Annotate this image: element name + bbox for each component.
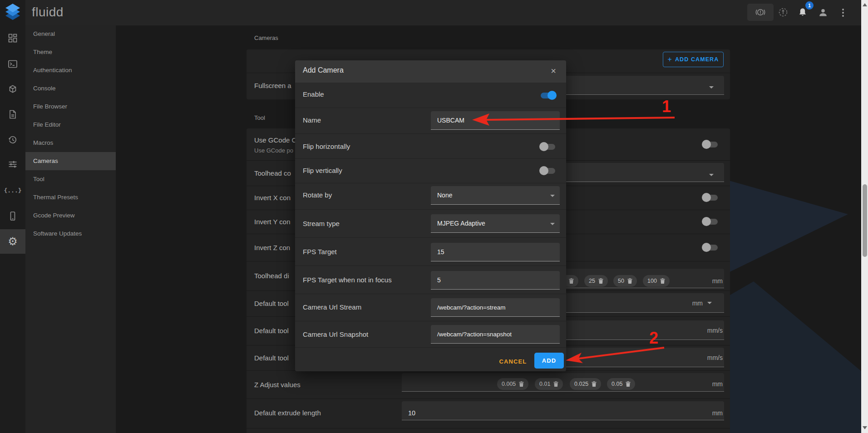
setting-row-label: Z Adjust values (254, 379, 301, 391)
chip-value: 25 (589, 278, 595, 284)
tune-nav-button[interactable] (7, 159, 18, 170)
z-adjust-chip[interactable]: 0.01 (535, 378, 563, 390)
cancel-button[interactable]: CANCEL (493, 355, 533, 368)
close-icon[interactable]: × (547, 65, 559, 77)
trash-icon[interactable] (598, 278, 603, 284)
input-underline (402, 391, 724, 392)
fluidd-logo-icon (5, 3, 21, 20)
invert-y-toggle[interactable] (702, 216, 719, 227)
trash-icon[interactable] (553, 381, 558, 387)
fps-target-input[interactable]: 15 (431, 243, 560, 261)
update-button[interactable] (777, 6, 789, 18)
extrude-length-input[interactable] (402, 401, 724, 420)
z-adjust-input[interactable] (402, 373, 724, 391)
invert-z-toggle[interactable] (702, 242, 719, 253)
tool-section-heading: Tool (254, 114, 265, 121)
unit-label: mm/s (690, 352, 723, 364)
camera-url-stream-value: /webcam/?action=stream (437, 304, 505, 311)
nav-item-general[interactable]: General (25, 25, 116, 43)
dialog-separator (295, 108, 566, 108)
trash-icon[interactable] (660, 278, 665, 284)
dashboard-icon (7, 33, 18, 44)
z-adjust-chip[interactable]: 0.005 (497, 378, 528, 390)
dashboard-nav-button[interactable] (7, 33, 18, 44)
enable-toggle[interactable] (539, 90, 557, 101)
scrollbar-thumb[interactable] (863, 184, 867, 257)
camera-name-input[interactable]: USBCAM (431, 111, 560, 130)
macros-nav-button[interactable]: {...} (4, 185, 22, 196)
emergency-stop-button[interactable] (747, 4, 774, 21)
invert-x-toggle[interactable] (702, 192, 719, 203)
fps-target-value: 15 (437, 248, 444, 256)
chip-value: 0.05 (612, 381, 622, 387)
trash-icon[interactable] (627, 278, 632, 284)
nav-item-software-updates[interactable]: Software Updates (25, 225, 116, 243)
nav-item-file-editor[interactable]: File Editor (25, 116, 116, 134)
overflow-menu-button[interactable] (838, 7, 848, 19)
scroll-up-icon[interactable] (863, 3, 867, 6)
distance-chip[interactable]: 25 (584, 275, 608, 287)
dialog-separator (295, 237, 566, 238)
scroll-down-icon[interactable] (863, 426, 867, 429)
notifications-button[interactable]: 1 (797, 7, 809, 19)
dialog-row-label: Name (303, 115, 321, 126)
account-button[interactable] (817, 7, 829, 19)
trash-icon[interactable] (569, 278, 574, 284)
z-adjust-chip[interactable]: 0.025 (570, 378, 601, 390)
dialog-row-label: FPS Target (303, 246, 337, 257)
files-nav-button[interactable] (7, 109, 18, 120)
chip-value: 50 (618, 278, 624, 284)
nav-item-gcode-preview[interactable]: Gcode Preview (25, 207, 116, 225)
dialog-row-label: Flip horizontally (303, 141, 350, 152)
file-document-icon (7, 109, 18, 120)
nav-item-thermal-presets[interactable]: Thermal Presets (25, 188, 116, 207)
nav-item-tool[interactable]: Tool (25, 170, 116, 188)
scrollbar-track[interactable] (861, 0, 868, 433)
nav-item-theme[interactable]: Theme (25, 43, 116, 61)
distance-chip[interactable]: 50 (613, 275, 637, 287)
cameras-section-heading: Cameras (254, 34, 278, 41)
rotate-by-select[interactable]: None (431, 186, 560, 205)
dialog-separator (295, 133, 566, 134)
dialog-row-label: Flip vertically (303, 165, 342, 176)
flip-horizontal-toggle[interactable] (539, 141, 557, 152)
add-camera-button[interactable]: + ADD CAMERA (663, 52, 724, 67)
settings-nav-button[interactable]: ⚙ (0, 229, 25, 254)
unit-label: mm (692, 378, 723, 390)
history-nav-button[interactable] (7, 134, 18, 145)
camera-url-stream-input[interactable]: /webcam/?action=stream (431, 298, 560, 317)
console-nav-button[interactable] (7, 59, 18, 69)
dialog-title: Add Camera (303, 66, 344, 74)
nav-item-authentication[interactable]: Authentication (25, 61, 116, 79)
fullscreen-camera-label: Fullscreen a (254, 80, 291, 92)
nav-item-macros[interactable]: Macros (25, 134, 116, 152)
z-adjust-chip[interactable]: 0.05 (607, 378, 635, 390)
add-button[interactable]: ADD (534, 353, 564, 369)
distance-chip[interactable]: 100 (643, 275, 670, 287)
app-logo[interactable] (5, 3, 21, 20)
fps-unfocused-input[interactable]: 5 (431, 271, 560, 290)
printer-nav-button[interactable] (7, 84, 18, 94)
trash-icon[interactable] (592, 381, 597, 387)
device-nav-button[interactable] (7, 211, 18, 221)
printer-3d-icon (7, 84, 18, 94)
trash-icon[interactable] (519, 381, 524, 387)
setting-row-label: Invert Y con (254, 216, 291, 228)
nav-item-file-browser[interactable]: File Browser (25, 98, 116, 116)
camera-name-value: USBCAM (437, 117, 464, 124)
rotate-by-value: None (437, 192, 452, 199)
use-gcode-toggle[interactable] (702, 139, 719, 150)
nav-item-cameras[interactable]: Cameras (25, 152, 116, 170)
camera-url-snapshot-input[interactable]: /webcam/?action=snapshot (431, 325, 560, 344)
device-icon (7, 211, 18, 221)
nav-item-console[interactable]: Console (25, 79, 116, 98)
flip-vertical-toggle[interactable] (539, 165, 557, 176)
stream-type-select[interactable]: MJPEG Adaptive (431, 214, 560, 233)
chip-value: 0.005 (502, 381, 516, 387)
setting-row-label: Default tool (254, 298, 289, 310)
stream-type-value: MJPEG Adaptive (437, 220, 485, 227)
trash-icon[interactable] (626, 381, 631, 387)
extrude-length-value: 10 (408, 407, 415, 419)
account-icon (817, 7, 829, 19)
fluidd-settings-page: fluidd 1 (0, 0, 868, 433)
